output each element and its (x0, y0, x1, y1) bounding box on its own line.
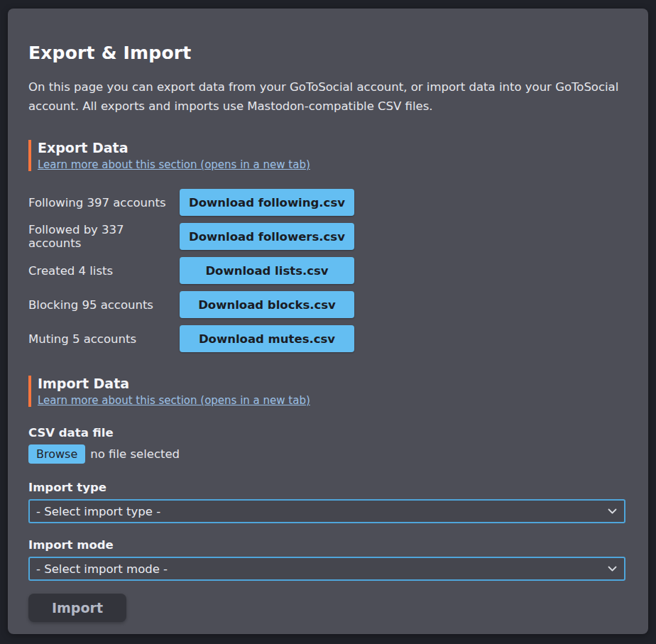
export-rows: Following 397 accounts Download followin… (28, 189, 626, 352)
import-section-heading: Import Data (38, 376, 626, 391)
import-type-select[interactable]: - Select import type - (28, 499, 625, 523)
import-mode-selected-value: - Select import mode - (36, 562, 168, 576)
import-mode-select[interactable]: - Select import mode - (28, 557, 625, 581)
download-blocks-button[interactable]: Download blocks.csv (180, 291, 354, 318)
export-row-label: Followed by 337 accounts (28, 223, 180, 250)
import-type-label: Import type (28, 481, 626, 494)
import-mode-label: Import mode (28, 538, 626, 552)
csv-file-label: CSV data file (28, 426, 626, 440)
export-row-mutes: Muting 5 accounts Download mutes.csv (28, 325, 626, 352)
export-row-label: Created 4 lists (28, 264, 180, 278)
export-section-heading: Export Data (38, 140, 626, 155)
export-row-following: Following 397 accounts Download followin… (28, 189, 626, 216)
download-following-button[interactable]: Download following.csv (180, 189, 354, 216)
export-row-blocks: Blocking 95 accounts Download blocks.csv (28, 291, 626, 318)
page-background: { "page": { "title": "Export & Import", … (0, 0, 656, 644)
import-learn-more-link[interactable]: Learn more about this section (opens in … (38, 394, 310, 407)
export-learn-more-link[interactable]: Learn more about this section (opens in … (38, 158, 310, 171)
download-lists-button[interactable]: Download lists.csv (180, 257, 354, 284)
export-section-header: Export Data Learn more about this sectio… (28, 140, 626, 171)
chevron-down-icon (608, 566, 617, 572)
import-type-selected-value: - Select import type - (36, 505, 160, 518)
csv-file-input: Browse no file selected (28, 444, 626, 464)
export-row-lists: Created 4 lists Download lists.csv (28, 257, 626, 284)
page-title: Export & Import (28, 43, 626, 63)
export-row-label: Muting 5 accounts (28, 332, 180, 346)
file-status-text: no file selected (90, 447, 180, 461)
export-row-label: Following 397 accounts (28, 196, 180, 209)
chevron-down-icon (608, 508, 617, 515)
download-mutes-button[interactable]: Download mutes.csv (180, 325, 354, 352)
import-section-header: Import Data Learn more about this sectio… (28, 376, 626, 407)
import-submit-button[interactable]: Import (28, 594, 126, 622)
export-row-label: Blocking 95 accounts (28, 298, 180, 312)
export-import-panel: Export & Import On this page you can exp… (8, 9, 648, 634)
page-description: On this page you can export data from yo… (28, 77, 626, 116)
browse-button[interactable]: Browse (28, 444, 85, 464)
export-row-followers: Followed by 337 accounts Download follow… (28, 223, 626, 250)
download-followers-button[interactable]: Download followers.csv (180, 223, 354, 250)
